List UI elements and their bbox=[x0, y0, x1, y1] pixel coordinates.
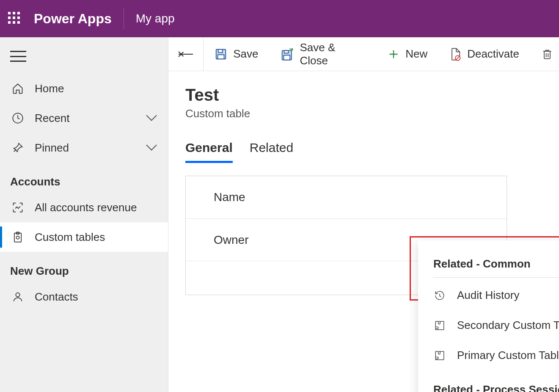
save-close-icon bbox=[281, 48, 294, 61]
svg-rect-9 bbox=[284, 50, 288, 53]
sidebar-item-label: Custom tables bbox=[26, 231, 168, 244]
top-bar: Power Apps My app bbox=[0, 0, 559, 37]
command-label: Save bbox=[233, 47, 258, 61]
dropdown-item-label: Audit History bbox=[457, 289, 519, 302]
hamburger-icon bbox=[10, 51, 26, 62]
back-button[interactable] bbox=[168, 37, 204, 71]
command-bar: Save Save & Close New Deactivate bbox=[168, 37, 559, 71]
trash-icon bbox=[541, 48, 553, 61]
main-content: Save Save & Close New Deactivate bbox=[168, 37, 559, 392]
related-dropdown: Related - Common Audit History Secondary… bbox=[418, 240, 559, 392]
command-label: Save & Close bbox=[300, 41, 366, 67]
sidebar-item-pinned[interactable]: Pinned bbox=[0, 133, 168, 163]
save-button[interactable]: Save bbox=[204, 37, 269, 71]
dropdown-section-title: Related - Common bbox=[433, 253, 559, 278]
nav-toggle-button[interactable] bbox=[0, 43, 168, 74]
sidebar-item-home[interactable]: Home bbox=[0, 74, 168, 103]
deactivate-button[interactable]: Deactivate bbox=[438, 37, 530, 71]
page-subtitle: Custom table bbox=[185, 107, 542, 120]
dropdown-item-secondary-rel[interactable]: Secondary Custom Table Relationship bbox=[433, 310, 559, 340]
waffle-icon bbox=[8, 12, 22, 25]
sidebar-item-label: Home bbox=[26, 82, 168, 95]
layout: Home Recent Pinned Accounts All accounts… bbox=[0, 37, 559, 392]
sidebar-item-contacts[interactable]: Contacts bbox=[0, 282, 168, 312]
chevron-down-icon bbox=[148, 112, 168, 125]
svg-rect-12 bbox=[544, 51, 550, 59]
command-label: New bbox=[405, 47, 427, 61]
person-icon bbox=[9, 291, 26, 303]
svg-rect-6 bbox=[218, 49, 223, 52]
dropdown-item-audit-history[interactable]: Audit History bbox=[433, 280, 559, 310]
tab-general[interactable]: General bbox=[185, 141, 233, 163]
page-header: Test Custom table bbox=[168, 71, 559, 129]
dropdown-section-title: Related - Process Sessions bbox=[433, 379, 559, 392]
puzzle-icon bbox=[433, 350, 446, 361]
dropdown-item-label: Secondary Custom Table Relationship bbox=[457, 319, 559, 332]
sidebar-item-all-accounts-revenue[interactable]: All accounts revenue bbox=[0, 193, 168, 222]
home-icon bbox=[9, 83, 26, 94]
app-launcher-button[interactable] bbox=[0, 0, 30, 37]
tabs: General Related bbox=[168, 129, 559, 163]
puzzle-icon bbox=[433, 320, 446, 331]
sidebar: Home Recent Pinned Accounts All accounts… bbox=[0, 37, 168, 392]
sidebar-item-label: Recent bbox=[26, 112, 148, 125]
delete-button[interactable] bbox=[530, 37, 559, 71]
deactivate-icon bbox=[449, 47, 461, 61]
save-icon bbox=[215, 48, 227, 61]
svg-rect-7 bbox=[218, 55, 224, 59]
sidebar-item-label: Contacts bbox=[26, 290, 168, 304]
sidebar-item-custom-tables[interactable]: Custom tables bbox=[0, 222, 168, 252]
sidebar-group-title: Accounts bbox=[0, 163, 168, 193]
dropdown-item-label: Primary Custom Table Relationship bbox=[457, 349, 559, 362]
plus-icon bbox=[388, 48, 399, 60]
chart-icon bbox=[9, 202, 26, 213]
pin-icon bbox=[9, 142, 26, 154]
save-close-button[interactable]: Save & Close bbox=[270, 37, 377, 71]
command-label: Deactivate bbox=[467, 47, 519, 61]
sidebar-item-recent[interactable]: Recent bbox=[0, 103, 168, 133]
svg-rect-10 bbox=[284, 55, 290, 60]
dropdown-item-primary-rel[interactable]: Primary Custom Table Relationship bbox=[433, 340, 559, 370]
clipboard-icon bbox=[9, 231, 26, 243]
page-title: Test bbox=[185, 86, 542, 105]
tab-related[interactable]: Related bbox=[250, 141, 293, 163]
new-button[interactable]: New bbox=[377, 37, 438, 71]
svg-point-3 bbox=[17, 236, 19, 239]
brand-name: Power Apps bbox=[30, 11, 124, 27]
history-icon bbox=[433, 290, 446, 301]
sidebar-item-label: All accounts revenue bbox=[26, 201, 168, 214]
back-arrow-icon bbox=[179, 54, 193, 55]
chevron-down-icon bbox=[148, 141, 168, 155]
field-label: Owner bbox=[214, 233, 248, 247]
svg-point-4 bbox=[16, 293, 19, 297]
field-label: Name bbox=[214, 190, 245, 204]
sidebar-item-label: Pinned bbox=[26, 141, 148, 155]
form-field-name[interactable]: Name bbox=[186, 176, 507, 218]
clock-icon bbox=[9, 112, 26, 124]
sidebar-group-title: New Group bbox=[0, 252, 168, 282]
app-name: My app bbox=[124, 12, 175, 25]
